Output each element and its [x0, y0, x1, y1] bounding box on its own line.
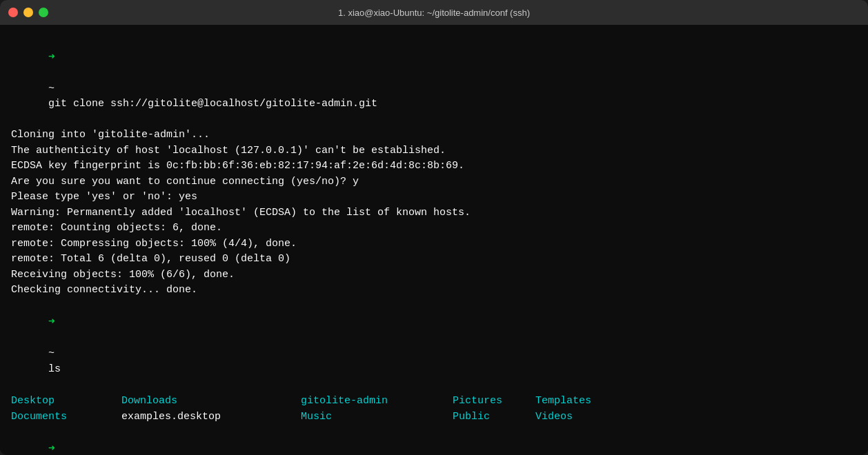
output-line: Are you sure you want to continue connec… [11, 174, 857, 190]
terminal-line: ➜ ~ git clone ssh://gitolite@localhost/g… [11, 33, 857, 128]
ls-item: Documents [11, 409, 121, 425]
ls-item: Music [301, 409, 453, 425]
traffic-lights [8, 8, 48, 17]
ls-item: examples.desktop [121, 409, 301, 425]
ls-output-row2: Documents examples.desktop Music Public … [11, 409, 857, 425]
output-line: ECDSA key fingerprint is 0c:fb:bb:6f:36:… [11, 159, 857, 174]
command-text: git clone ssh://gitolite@localhost/gitol… [48, 98, 377, 110]
output-line: Receiving objects: 100% (6/6), done. [11, 267, 857, 283]
ls-item: Desktop [11, 393, 121, 409]
close-button[interactable] [8, 8, 18, 17]
prompt-space [48, 332, 61, 344]
cd-command-line: ➜ ~ cd gitolite-admin [11, 425, 857, 455]
output-line: remote: Counting objects: 6, done. [11, 221, 857, 236]
output-line: The authenticity of host 'localhost (127… [11, 143, 857, 159]
minimize-button[interactable] [23, 8, 33, 17]
output-line: remote: Total 6 (delta 0), reused 0 (del… [11, 252, 857, 267]
ls-output-row1: Desktop Downloads gitolite-admin Picture… [11, 393, 857, 409]
titlebar: 1. xiao@xiao-Ubuntu: ~/gitolite-admin/co… [0, 0, 868, 25]
ls-item: Templates [535, 393, 646, 409]
ls-item: gitolite-admin [301, 393, 453, 409]
tilde: ~ [48, 347, 61, 359]
ls-item: Videos [535, 409, 646, 425]
prompt-arrow: ➜ [48, 51, 55, 63]
prompt-arrow: ➜ [48, 316, 55, 328]
terminal-window: 1. xiao@xiao-Ubuntu: ~/gitolite-admin/co… [0, 0, 868, 455]
terminal-body[interactable]: ➜ ~ git clone ssh://gitolite@localhost/g… [0, 25, 868, 455]
prompt-arrow: ➜ [48, 443, 55, 455]
ls-command-line: ➜ ~ ls [11, 299, 857, 393]
output-line: Cloning into 'gitolite-admin'... [11, 128, 857, 143]
ls-item: Pictures [453, 393, 535, 409]
tilde: ~ [48, 83, 61, 94]
output-line: Please type 'yes' or 'no': yes [11, 190, 857, 205]
prompt-space [48, 67, 61, 79]
output-line: Warning: Permanently added 'localhost' (… [11, 205, 857, 221]
window-title: 1. xiao@xiao-Ubuntu: ~/gitolite-admin/co… [338, 8, 530, 18]
output-line: remote: Compressing objects: 100% (4/4),… [11, 236, 857, 252]
ls-item: Downloads [121, 393, 301, 409]
maximize-button[interactable] [39, 8, 48, 17]
ls-item: Public [453, 409, 535, 425]
output-line: Checking connectivity... done. [11, 283, 857, 299]
ls-cmd: ls [48, 363, 61, 375]
